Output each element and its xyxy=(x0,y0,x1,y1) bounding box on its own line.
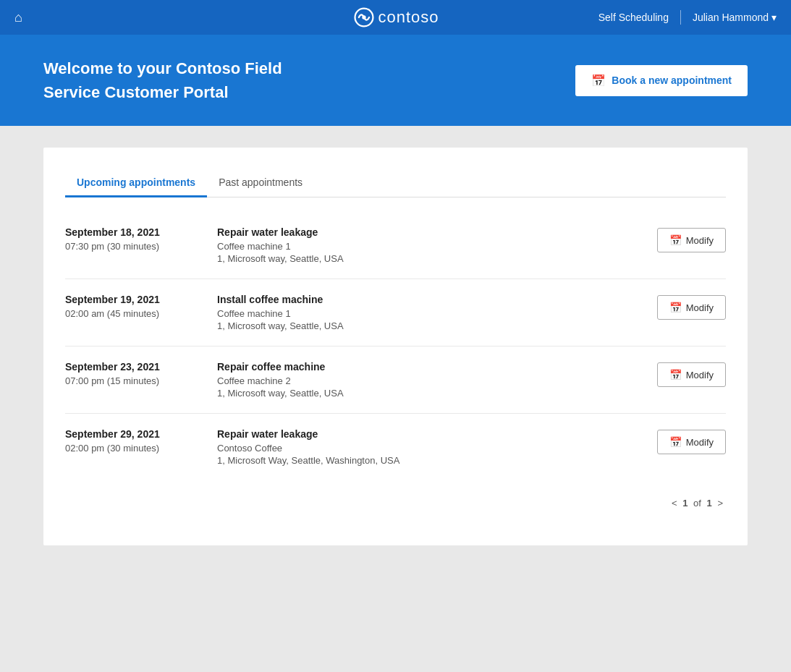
modify-button[interactable]: 📅 Modify xyxy=(657,295,726,320)
modify-button[interactable]: 📅 Modify xyxy=(657,430,726,454)
appt-date-col: September 19, 2021 02:00 am (45 minutes) xyxy=(65,294,217,319)
appt-date-col: September 23, 2021 07:00 pm (15 minutes) xyxy=(65,361,217,386)
tab-past-label: Past appointments xyxy=(219,176,303,188)
modify-label: Modify xyxy=(686,437,714,448)
appt-address: 1, Microsoft way, Seattle, USA xyxy=(217,388,639,399)
appt-title: Install coffee machine xyxy=(217,294,639,305)
appt-action-col: 📅 Modify xyxy=(639,428,726,454)
appt-address: 1, Microsoft way, Seattle, USA xyxy=(217,253,639,264)
appt-title: Repair coffee machine xyxy=(217,361,639,373)
nav-divider xyxy=(680,10,681,25)
tabs-container: Upcoming appointments Past appointments xyxy=(65,169,726,197)
pagination: < < 1 of 1 > > xyxy=(65,498,726,509)
modify-calendar-icon: 📅 xyxy=(669,302,682,313)
appt-details-col: Repair coffee machine Coffee machine 2 1… xyxy=(217,361,639,399)
appt-asset: Contoso Coffee xyxy=(217,443,639,454)
appointment-row: September 23, 2021 07:00 pm (15 minutes)… xyxy=(65,346,726,414)
hero-title: Welcome to your Contoso Field Service Cu… xyxy=(43,56,282,104)
appt-asset: Coffee machine 2 xyxy=(217,375,639,386)
tab-past[interactable]: Past appointments xyxy=(207,169,314,197)
appt-date: September 23, 2021 xyxy=(65,361,217,373)
appt-address: 1, Microsoft Way, Seattle, Washington, U… xyxy=(217,455,639,466)
appt-asset: Coffee machine 1 xyxy=(217,241,639,252)
logo-text: contoso xyxy=(378,8,439,27)
appt-details-col: Install coffee machine Coffee machine 1 … xyxy=(217,294,639,331)
appointment-row: September 18, 2021 07:30 pm (30 minutes)… xyxy=(65,212,726,279)
nav-right: Self Scheduling Julian Hammond ▾ xyxy=(598,10,777,25)
appt-date: September 18, 2021 xyxy=(65,226,217,238)
top-nav: ⌂ contoso Self Scheduling Julian Hammond… xyxy=(0,0,791,35)
modify-calendar-icon: 📅 xyxy=(669,234,682,246)
book-appointment-button[interactable]: 📅 Book a new appointment xyxy=(575,65,748,96)
hero-title-line2: Service Customer Portal xyxy=(43,83,229,101)
appointment-row: September 19, 2021 02:00 am (45 minutes)… xyxy=(65,279,726,346)
main-content: Upcoming appointments Past appointments … xyxy=(43,148,748,545)
appt-time: 02:00 am (45 minutes) xyxy=(65,308,217,319)
appt-date-col: September 29, 2021 02:00 pm (30 minutes) xyxy=(65,428,217,454)
appt-date: September 19, 2021 xyxy=(65,294,217,305)
appt-date-col: September 18, 2021 07:30 pm (30 minutes) xyxy=(65,226,217,252)
appointment-row: September 29, 2021 02:00 pm (30 minutes)… xyxy=(65,414,726,480)
appt-title: Repair water leakage xyxy=(217,428,639,440)
appt-title: Repair water leakage xyxy=(217,226,639,238)
modify-button[interactable]: 📅 Modify xyxy=(657,362,726,387)
tab-upcoming-label: Upcoming appointments xyxy=(77,176,195,188)
appt-time: 02:00 pm (30 minutes) xyxy=(65,443,217,454)
modify-label: Modify xyxy=(686,370,714,380)
appt-details-col: Repair water leakage Coffee machine 1 1,… xyxy=(217,226,639,264)
modify-calendar-icon: 📅 xyxy=(669,436,682,448)
home-icon[interactable]: ⌂ xyxy=(14,10,22,25)
svg-point-1 xyxy=(362,15,365,19)
appt-date: September 29, 2021 xyxy=(65,428,217,440)
appt-action-col: 📅 Modify xyxy=(639,361,726,387)
appt-time: 07:30 pm (30 minutes) xyxy=(65,241,217,252)
modify-label: Modify xyxy=(686,235,714,246)
book-button-label: Book a new appointment xyxy=(612,75,732,86)
appt-action-col: 📅 Modify xyxy=(639,294,726,320)
modify-calendar-icon: 📅 xyxy=(669,369,682,380)
logo: contoso xyxy=(352,6,439,29)
tab-upcoming[interactable]: Upcoming appointments xyxy=(65,169,207,197)
appointments-list: September 18, 2021 07:30 pm (30 minutes)… xyxy=(65,212,726,480)
hero-title-line1: Welcome to your Contoso Field xyxy=(43,59,282,77)
pagination-info: < 1 of 1 > xyxy=(672,498,723,509)
appt-details-col: Repair water leakage Contoso Coffee 1, M… xyxy=(217,428,639,466)
book-calendar-icon: 📅 xyxy=(591,74,606,88)
modify-button[interactable]: 📅 Modify xyxy=(657,228,726,252)
hero-banner: Welcome to your Contoso Field Service Cu… xyxy=(0,35,791,126)
appt-asset: Coffee machine 1 xyxy=(217,308,639,319)
nav-user[interactable]: Julian Hammond ▾ xyxy=(693,12,777,23)
appt-address: 1, Microsoft way, Seattle, USA xyxy=(217,320,639,331)
nav-user-label: Julian Hammond xyxy=(693,12,769,23)
modify-label: Modify xyxy=(686,302,714,313)
nav-self-scheduling[interactable]: Self Scheduling xyxy=(598,12,669,23)
appt-time: 07:00 pm (15 minutes) xyxy=(65,375,217,386)
nav-user-dropdown-icon: ▾ xyxy=(771,12,777,23)
appt-action-col: 📅 Modify xyxy=(639,226,726,252)
